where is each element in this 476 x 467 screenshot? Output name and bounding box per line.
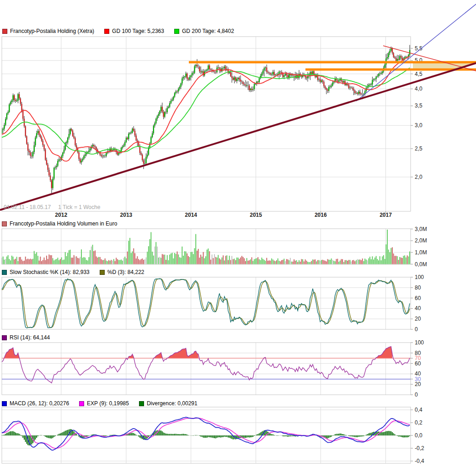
legend-item-macd-exp: EXP (9): 0,19985 <box>79 400 129 407</box>
stoch-d-swatch-icon <box>100 270 105 275</box>
x-year-label: 2013 <box>120 212 133 218</box>
y-tick-label: 20 <box>415 316 421 322</box>
y-tick-label: 0,0M <box>415 261 427 268</box>
tick-info-text: 1 Tick = 1 Woche <box>58 204 100 210</box>
gd200-swatch-icon <box>174 29 179 34</box>
volume-legend: Francotyp-Postalia Holding Volumen in Eu… <box>2 220 127 227</box>
volume-bars <box>2 230 410 264</box>
stochastic-k-line <box>2 279 410 328</box>
y-tick-label: 1,0M <box>415 249 427 256</box>
y-tick-label: 40 <box>415 305 421 311</box>
y-tick-label: 60 <box>415 295 421 301</box>
stoch-k-swatch-icon <box>2 270 7 275</box>
y-tick-label: 2,0M <box>415 237 427 244</box>
stochastic-legend: Slow Stochastic %K (14): 82,933 %D (3): … <box>2 269 154 275</box>
macd-exp-swatch-icon <box>79 401 84 406</box>
volume-label: Francotyp-Postalia Holding Volumen in Eu… <box>10 220 117 227</box>
instrument-swatch-icon <box>2 29 7 34</box>
legend-item-macd-div: Divergence: 0,00291 <box>139 400 198 407</box>
x-year-label: 2014 <box>185 212 197 218</box>
date-range-text: 01.02.11 - 18.05.17 <box>4 204 51 210</box>
y-tick-label: -0,2 <box>415 445 424 451</box>
rsi-overbought-fill <box>4 347 392 359</box>
y-tick-label: 3,0 <box>415 122 423 129</box>
y-tick-label: 0 <box>415 392 418 398</box>
rsi-swatch-icon <box>2 335 7 340</box>
y-tick-label: 2,5 <box>415 145 423 152</box>
panel-borders <box>2 37 411 463</box>
gd100-swatch-icon <box>104 29 109 34</box>
x-year-label: 2016 <box>315 212 327 218</box>
long-term-trendline <box>0 63 476 210</box>
volume-swatch-icon <box>2 221 7 226</box>
chart-page: 5,55,04,54,03,53,02,52,03,0M2,0M1,0M0,0M… <box>0 0 476 467</box>
macd-exp-label: EXP (9): 0,19985 <box>87 400 129 407</box>
y-tick-label: 2,0 <box>415 174 423 180</box>
x-year-label: 2012 <box>55 212 67 218</box>
legend-item-stoch-k: Slow Stochastic %K (14): 82,933 <box>2 269 90 275</box>
gd200-line <box>2 68 410 154</box>
x-year-label: 2017 <box>380 212 392 218</box>
instrument-label: Francotyp-Postalia Holding (Xetra) <box>10 28 94 34</box>
legend-item-gd100: GD 100 Tage: 5,2363 <box>104 28 164 34</box>
macd-legend: MACD (26, 12): 0,20276 EXP (9): 0,19985 … <box>2 400 208 407</box>
y-tick-label: 20 <box>415 381 421 387</box>
y-tick-label: -0,4 <box>415 458 424 464</box>
gd200-label: GD 200 Tage: 4,8402 <box>182 28 234 34</box>
y-tick-label: 80 <box>415 284 421 291</box>
stock-chart-canvas: 5,55,04,54,03,53,02,52,03,0M2,0M1,0M0,0M… <box>0 0 476 467</box>
rsi-legend: RSI (14): 64,144 <box>2 334 60 341</box>
legend-item-instrument: Francotyp-Postalia Holding (Xetra) <box>2 28 94 34</box>
macd-divergence-label: Divergence: 0,00291 <box>147 400 198 407</box>
legend-item-stoch-d: %D (3): 84,222 <box>100 269 144 275</box>
stoch-k-label: Slow Stochastic %K (14): 82,933 <box>10 269 90 275</box>
x-year-label: 2015 <box>250 212 262 218</box>
legend-item-rsi: RSI (14): 64,144 <box>2 334 50 341</box>
price-legend: Francotyp-Postalia Holding (Xetra) GD 10… <box>2 28 244 34</box>
date-range-footnote: 01.02.11 - 18.05.171 Tick = 1 Woche <box>4 204 107 210</box>
y-tick-label: 0,4 <box>415 407 423 413</box>
gridlines <box>2 37 411 463</box>
macd-divergence-swatch-icon <box>139 401 144 406</box>
y-tick-label: 60 <box>415 360 421 367</box>
y-tick-label: 0 <box>415 326 418 333</box>
legend-item-volume: Francotyp-Postalia Holding Volumen in Eu… <box>2 220 117 227</box>
legend-item-gd200: GD 200 Tage: 4,8402 <box>174 28 234 34</box>
macd-swatch-icon <box>2 401 7 406</box>
y-tick-label: 0,0 <box>415 432 423 439</box>
legend-item-macd: MACD (26, 12): 0,20276 <box>2 400 69 407</box>
y-tick-label: 3,5 <box>415 102 423 109</box>
y-tick-label: 4,5 <box>415 71 423 77</box>
y-tick-label: 3,0M <box>415 226 427 232</box>
y-tick-label: 0,2 <box>415 419 423 426</box>
rsi-label: RSI (14): 64,144 <box>10 334 50 341</box>
macd-label: MACD (26, 12): 0,20276 <box>10 400 69 407</box>
gd100-label: GD 100 Tage: 5,2363 <box>112 28 164 34</box>
y-tick-label: 100 <box>415 274 424 280</box>
candlesticks <box>2 45 410 193</box>
y-tick-label: 100 <box>415 339 424 346</box>
y-tick-label: 4,0 <box>415 86 423 92</box>
stoch-d-label: %D (3): 84,222 <box>107 269 144 275</box>
rsi-line <box>2 347 410 383</box>
